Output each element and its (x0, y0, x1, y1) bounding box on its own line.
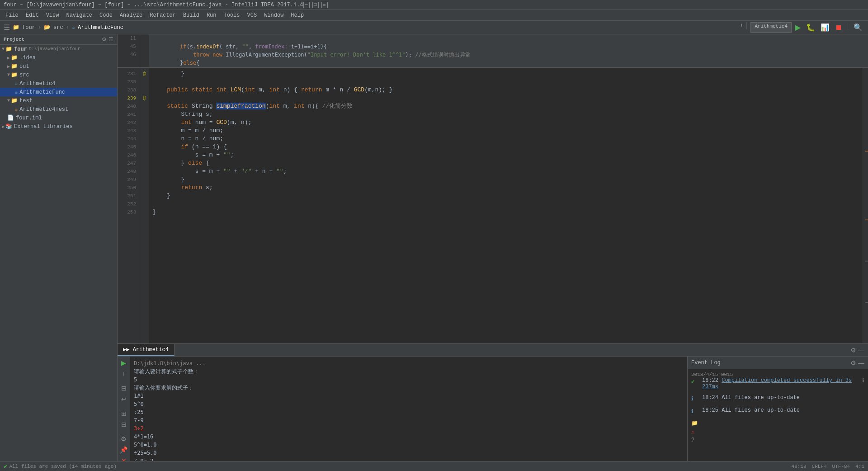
run-wrap-button[interactable]: ↩ (120, 395, 127, 404)
editor-area: 11 45 46 if(s.indexOf( str, "", fromInde… (118, 34, 868, 461)
toolbar-icon-build[interactable]: ⬇ (740, 22, 743, 33)
menu-edit[interactable]: Edit (22, 11, 42, 19)
nav-project-label[interactable]: four (22, 24, 35, 31)
sidebar: Project ⚙ ☰ ▼ 📁 four D:\javawenjian\four… (0, 34, 118, 461)
sidebar-title: Project (4, 37, 24, 42)
tree-root-four[interactable]: ▼ 📁 four D:\javawenjian\four (0, 45, 117, 53)
menu-help[interactable]: Help (287, 11, 307, 19)
tree-arithmetic4[interactable]: ☕ Arithmetic4 (0, 79, 117, 88)
run-table-button[interactable]: ⊟ (120, 384, 127, 393)
log-info-icon-3: ℹ (691, 408, 698, 415)
log-link-1[interactable]: Compilation completed successfully in 3s… (702, 377, 852, 390)
tree-idea[interactable]: ▶ 📁 .idea (0, 53, 117, 62)
menu-run[interactable]: Run (203, 11, 220, 19)
event-log-header: Event Log ⚙ — (688, 357, 868, 369)
output-line-12: ÷25=5.0 (134, 449, 684, 457)
run-filter2-button[interactable]: ⊟ (120, 420, 127, 429)
bottom-settings-button[interactable]: ⚙ (850, 347, 856, 354)
menu-view[interactable]: View (42, 11, 63, 19)
nav-file-icon: ☕ (72, 24, 75, 31)
status-line-sep[interactable]: CRLF÷ (812, 464, 827, 469)
event-log-date: 2018/4/15 0015 (691, 372, 864, 377)
output-line-4: 请输入你要求解的式子： (134, 384, 684, 392)
event-log-question-icon[interactable]: ? (691, 437, 864, 443)
statusbar: ✔ All files are saved (14 minutes ago) 4… (0, 461, 868, 471)
sidebar-gear-button[interactable]: ⚙ (102, 36, 107, 43)
run-button[interactable]: ▶ (793, 22, 802, 33)
event-log-settings-button[interactable]: ⚙ (850, 359, 856, 366)
menu-tools[interactable]: Tools (220, 11, 244, 19)
minimize-button[interactable]: — (303, 2, 310, 8)
output-line-13: 7-9=-2 (134, 457, 684, 461)
bottom-tabs: ▶ ▶ Arithmetic4 ⚙ — (118, 344, 868, 357)
coverage-button[interactable]: 📊 (819, 22, 831, 33)
tree-out[interactable]: ▶ 📁 out (0, 62, 117, 71)
event-log-error-icon[interactable]: ⚠ (691, 428, 864, 435)
tree-arithmeticfunc[interactable]: ☕ ArithmeticFunc (0, 88, 117, 96)
status-ok-icon: ✔ (4, 462, 7, 470)
bottom-content: ▶ ↑ ⊟ ↩ ⊞ ⊟ ⚙ 📌 ✕ ? D:\jdk1.8\bin\java (118, 357, 868, 461)
status-message: All files are saved (14 minutes ago) (9, 464, 117, 469)
event-log-title: Event Log (691, 360, 721, 366)
tree-test[interactable]: ▼ 📁 test (0, 96, 117, 105)
maximize-button[interactable]: □ (312, 2, 319, 8)
run-settings-button[interactable]: ⚙ (120, 434, 127, 443)
log-entry-3: ℹ 18:25 All files are up-to-date (691, 407, 864, 415)
sidebar-header: Project ⚙ ☰ (0, 34, 117, 45)
run-stop-button[interactable]: ✕ (120, 456, 127, 461)
log-entry-2: ℹ 18:24 All files are up-to-date (691, 395, 864, 403)
status-encoding[interactable]: UTF-8÷ (832, 464, 850, 469)
sidebar-settings-button[interactable]: ☰ (108, 36, 113, 43)
run-filter-button[interactable]: ⊞ (120, 409, 127, 418)
tree-fouriml[interactable]: 📄 four.iml (0, 114, 117, 122)
bottom-minimize-button[interactable]: — (858, 347, 864, 354)
output-line-11: 5^0=1.0 (134, 441, 684, 449)
run-play-button[interactable]: ▶ (120, 358, 127, 367)
scrollbar[interactable] (863, 68, 868, 343)
nav-file-label[interactable]: ArithmeticFunc (78, 24, 123, 31)
output-line-10: 4*1=16 (134, 433, 684, 441)
tree-arithmetic4test[interactable]: ☕ Arithmetic4Test (0, 105, 117, 114)
code-content[interactable]: } public static int LCM(int m, int n) { … (149, 68, 863, 343)
gutter: @ @ (140, 68, 149, 343)
tree-src[interactable]: ▼ 📁 src (0, 71, 117, 79)
bottom-panel: ▶ ▶ Arithmetic4 ⚙ — ▶ ↑ ⊟ ↩ ⊞ ⊟ (118, 343, 868, 461)
run-pin-button[interactable]: 📌 (119, 445, 128, 454)
structure-icon: ☰ (4, 23, 10, 32)
tree-external-libraries[interactable]: ▶ 📚 External Libraries (0, 122, 117, 131)
tab-run[interactable]: ▶ ▶ Arithmetic4 (118, 344, 175, 356)
search-everywhere-button[interactable]: 🔍 (852, 22, 864, 33)
output-line-7: ÷25 (134, 408, 684, 416)
menu-navigate[interactable]: Navigate (62, 11, 96, 19)
nav-src-icon: 📂 (44, 24, 51, 31)
run-output: D:\jdk1.8\bin\java ... 请输入要计算的式子个数： 5 请输… (130, 357, 687, 461)
menu-window[interactable]: Window (260, 11, 287, 19)
nav-folder-icon: 📁 (13, 24, 19, 31)
menu-refactor[interactable]: Refactor (146, 11, 179, 19)
log-info-icon-2: ℹ (691, 395, 698, 403)
run-config-selector[interactable]: Arithmetic4 (750, 22, 792, 33)
log-time-3: 18:25 All files are up-to-date (702, 407, 800, 414)
log-body-2: 18:24 All files are up-to-date (702, 395, 864, 403)
menu-code[interactable]: Code (96, 11, 116, 19)
output-line-8: 7-9 (134, 416, 684, 424)
code-editor[interactable]: 231 235 238 239 240 241 242 243 244 245 … (118, 68, 868, 343)
event-log-minimize-button[interactable]: — (858, 359, 864, 366)
event-log-extra-icons: 📁 ⚠ ? (691, 420, 864, 443)
log-time-1: 18:22 (702, 377, 722, 384)
titlebar: four – [D:\javawenjian\four] – [four] – … (0, 0, 868, 10)
stop-button[interactable]: ⏹ (833, 22, 844, 33)
menu-build[interactable]: Build (179, 11, 203, 19)
menu-analyze[interactable]: Analyze (116, 11, 146, 19)
nav-src-label[interactable]: src (53, 24, 63, 31)
close-button[interactable]: ✕ (321, 2, 328, 8)
run-up-button[interactable]: ↑ (121, 369, 126, 378)
menu-file[interactable]: File (2, 11, 22, 19)
event-log-folder-icon[interactable]: 📁 (691, 420, 864, 427)
output-line-9: 3÷2 (134, 424, 684, 433)
debug-button[interactable]: 🐛 (804, 22, 817, 33)
menu-vcs[interactable]: VCS (244, 11, 261, 19)
log-entry-1: ✔ 18:22 Compilation completed successful… (691, 377, 864, 390)
output-line-5: 1#1 (134, 392, 684, 400)
status-position[interactable]: 48:18 (792, 464, 807, 469)
